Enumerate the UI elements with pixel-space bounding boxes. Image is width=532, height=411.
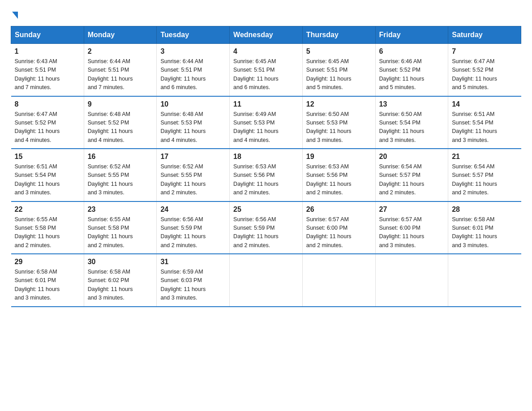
header-friday: Friday: [375, 26, 448, 44]
day-cell: 3 Sunrise: 6:44 AM Sunset: 5:51 PM Dayli…: [157, 44, 230, 96]
day-cell: [302, 254, 375, 307]
sunrise-label: Sunrise: 6:55 AM: [88, 216, 130, 223]
day-info: Sunrise: 6:56 AM Sunset: 5:59 PM Dayligh…: [233, 215, 299, 250]
calendar-body: 1 Sunrise: 6:43 AM Sunset: 5:51 PM Dayli…: [11, 44, 521, 307]
daylight-label: Daylight: 11 hours: [160, 76, 206, 82]
day-cell: [375, 254, 448, 307]
daylight-label: Daylight: 11 hours: [452, 233, 497, 240]
day-info: Sunrise: 6:48 AM Sunset: 5:53 PM Dayligh…: [160, 110, 226, 145]
sunset-label: Sunset: 5:56 PM: [233, 172, 275, 178]
day-number: 31: [160, 258, 226, 266]
daylight-label: Daylight: 11 hours: [15, 76, 60, 82]
daylight-minutes: and 5 minutes.: [452, 84, 489, 90]
daylight-label: Daylight: 11 hours: [15, 128, 60, 134]
day-number: 10: [160, 100, 226, 108]
day-number: 12: [306, 100, 372, 108]
sunrise-label: Sunrise: 6:44 AM: [160, 58, 203, 64]
sunrise-label: Sunrise: 6:47 AM: [452, 58, 494, 64]
sunset-label: Sunset: 5:59 PM: [160, 225, 202, 231]
daylight-minutes: and 2 minutes.: [15, 242, 51, 248]
sunset-label: Sunset: 5:51 PM: [88, 67, 129, 73]
sunrise-label: Sunrise: 6:46 AM: [379, 58, 422, 64]
sunset-label: Sunset: 5:51 PM: [160, 67, 202, 73]
sunset-label: Sunset: 5:55 PM: [88, 172, 129, 178]
day-cell: 25 Sunrise: 6:56 AM Sunset: 5:59 PM Dayl…: [230, 201, 303, 254]
sunset-label: Sunset: 5:58 PM: [88, 225, 129, 231]
day-info: Sunrise: 6:49 AM Sunset: 5:53 PM Dayligh…: [233, 110, 299, 145]
day-info: Sunrise: 6:50 AM Sunset: 5:54 PM Dayligh…: [379, 110, 445, 145]
daylight-minutes: and 2 minutes.: [233, 189, 270, 196]
sunrise-label: Sunrise: 6:57 AM: [306, 216, 349, 223]
day-info: Sunrise: 6:46 AM Sunset: 5:52 PM Dayligh…: [379, 57, 445, 92]
daylight-label: Daylight: 11 hours: [306, 76, 352, 82]
sunset-label: Sunset: 5:56 PM: [306, 172, 348, 178]
sunset-label: Sunset: 6:00 PM: [306, 225, 348, 231]
daylight-label: Daylight: 11 hours: [88, 286, 133, 292]
daylight-label: Daylight: 11 hours: [88, 181, 133, 187]
sunrise-label: Sunrise: 6:54 AM: [452, 163, 494, 170]
day-cell: 17 Sunrise: 6:52 AM Sunset: 5:55 PM Dayl…: [157, 149, 230, 201]
header-tuesday: Tuesday: [157, 26, 230, 44]
daylight-minutes: and 4 minutes.: [160, 137, 197, 143]
daylight-minutes: and 3 minutes.: [452, 137, 489, 143]
day-info: Sunrise: 6:51 AM Sunset: 5:54 PM Dayligh…: [452, 110, 517, 145]
day-number: 20: [379, 153, 445, 161]
daylight-minutes: and 2 minutes.: [88, 242, 124, 248]
week-row-3: 15 Sunrise: 6:51 AM Sunset: 5:54 PM Dayl…: [11, 149, 521, 201]
sunset-label: Sunset: 5:52 PM: [15, 120, 56, 126]
sunrise-label: Sunrise: 6:45 AM: [306, 58, 349, 64]
daylight-minutes: and 3 minutes.: [88, 295, 124, 301]
day-info: Sunrise: 6:54 AM Sunset: 5:57 PM Dayligh…: [379, 163, 445, 197]
daylight-minutes: and 2 minutes.: [306, 242, 343, 248]
day-info: Sunrise: 6:44 AM Sunset: 5:51 PM Dayligh…: [88, 57, 153, 92]
daylight-minutes: and 3 minutes.: [379, 242, 416, 248]
sunrise-label: Sunrise: 6:44 AM: [88, 58, 130, 64]
sunset-label: Sunset: 5:54 PM: [452, 120, 493, 126]
sunset-label: Sunset: 5:51 PM: [306, 67, 348, 73]
day-number: 13: [379, 100, 445, 108]
header-monday: Monday: [84, 26, 157, 44]
daylight-minutes: and 2 minutes.: [233, 242, 270, 248]
day-cell: 22 Sunrise: 6:55 AM Sunset: 5:58 PM Dayl…: [11, 201, 84, 254]
day-info: Sunrise: 6:58 AM Sunset: 6:01 PM Dayligh…: [452, 215, 517, 250]
day-number: 17: [160, 153, 226, 161]
day-info: Sunrise: 6:50 AM Sunset: 5:53 PM Dayligh…: [306, 110, 372, 145]
day-info: Sunrise: 6:47 AM Sunset: 5:52 PM Dayligh…: [452, 57, 517, 92]
daylight-label: Daylight: 11 hours: [15, 286, 60, 292]
day-cell: 23 Sunrise: 6:55 AM Sunset: 5:58 PM Dayl…: [84, 201, 157, 254]
sunrise-label: Sunrise: 6:47 AM: [15, 111, 57, 117]
calendar-header: SundayMondayTuesdayWednesdayThursdayFrid…: [11, 26, 521, 44]
header-thursday: Thursday: [302, 26, 375, 44]
day-cell: [230, 254, 303, 307]
day-info: Sunrise: 6:48 AM Sunset: 5:52 PM Dayligh…: [88, 110, 153, 145]
daylight-label: Daylight: 11 hours: [233, 128, 279, 134]
daylight-label: Daylight: 11 hours: [233, 181, 279, 187]
header-row: SundayMondayTuesdayWednesdayThursdayFrid…: [11, 26, 521, 44]
sunset-label: Sunset: 5:58 PM: [15, 225, 56, 231]
sunset-label: Sunset: 6:03 PM: [160, 277, 202, 283]
sunrise-label: Sunrise: 6:58 AM: [452, 216, 494, 223]
sunset-label: Sunset: 5:53 PM: [233, 120, 275, 126]
sunset-label: Sunset: 6:01 PM: [452, 225, 493, 231]
day-number: 21: [452, 153, 517, 161]
day-info: Sunrise: 6:43 AM Sunset: 5:51 PM Dayligh…: [15, 57, 80, 92]
day-number: 11: [233, 100, 299, 108]
sunrise-label: Sunrise: 6:56 AM: [160, 216, 203, 223]
logo-arrow-icon: [12, 12, 18, 19]
sunrise-label: Sunrise: 6:45 AM: [233, 58, 276, 64]
day-number: 1: [15, 47, 80, 56]
day-number: 25: [233, 206, 299, 214]
sunrise-label: Sunrise: 6:57 AM: [379, 216, 422, 223]
daylight-label: Daylight: 11 hours: [160, 233, 206, 240]
daylight-minutes: and 3 minutes.: [15, 189, 51, 196]
day-info: Sunrise: 6:55 AM Sunset: 5:58 PM Dayligh…: [15, 215, 80, 250]
day-cell: 24 Sunrise: 6:56 AM Sunset: 5:59 PM Dayl…: [157, 201, 230, 254]
day-number: 5: [306, 47, 372, 56]
day-info: Sunrise: 6:57 AM Sunset: 6:00 PM Dayligh…: [379, 215, 445, 250]
daylight-label: Daylight: 11 hours: [15, 181, 60, 187]
day-number: 7: [452, 47, 517, 56]
sunset-label: Sunset: 5:59 PM: [233, 225, 275, 231]
daylight-label: Daylight: 11 hours: [15, 233, 60, 240]
daylight-label: Daylight: 11 hours: [379, 128, 425, 134]
sunrise-label: Sunrise: 6:48 AM: [88, 111, 130, 117]
